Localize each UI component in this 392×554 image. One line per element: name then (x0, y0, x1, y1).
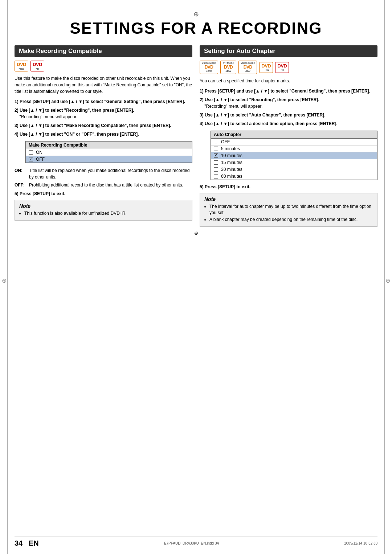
dvd-r-main-2: DVD (224, 65, 233, 70)
compat-checkbox-off (29, 157, 33, 161)
dvd-badge-label-2: DVD (33, 62, 42, 67)
left-press-setup: 5) Press [SETUP] to exit. (15, 191, 192, 196)
auto-chapter-table: Auto Chapter OFF 5 minutes 10 minutes 15… (211, 131, 377, 180)
auto-chapter-label-5min: 5 minutes (221, 146, 240, 151)
auto-chapter-row-off: OFF (211, 139, 377, 145)
auto-chapter-label-60min: 60 minutes (221, 174, 242, 179)
left-step-1-num: 1) (15, 99, 19, 104)
right-instructions: 1) Press [SETUP] and use [▲ / ▼] to sele… (200, 88, 377, 127)
compat-table: Make Recording Compatible ON OFF (25, 141, 192, 163)
dvd-r-main-1: DVD (205, 65, 213, 70)
compat-table-row-off: OFF (26, 156, 192, 163)
auto-chapter-label-30min: 30 minutes (221, 167, 242, 172)
right-note-item-1: The interval for auto chapter may be up … (209, 204, 373, 216)
left-note-title: Note (19, 203, 188, 209)
auto-chapter-table-header: Auto Chapter (211, 131, 377, 139)
left-step-1: 1) Press [SETUP] and use [▲ / ▼] to sele… (15, 98, 192, 105)
page-number: 34 (15, 539, 23, 547)
auto-chapter-checkbox-5min (214, 147, 218, 151)
right-column: Setting for Auto Chapter Video Mode DVD … (200, 45, 377, 227)
right-step-2-text: Use [▲ / ▼] to select "Recording", then … (205, 97, 319, 102)
auto-chapter-checkbox-10min (214, 153, 218, 158)
left-step-4-num: 4) (15, 132, 19, 137)
dvd-r-sub-4: +RW (263, 69, 269, 71)
right-crosshair-icon: ⊕ (385, 277, 390, 284)
right-dvd-badges: Video Mode DVD +RW VR Mode DVD +RW Video… (200, 61, 377, 74)
dvd-r-sub-5: +R (281, 69, 284, 71)
compat-table-row-on: ON (26, 149, 192, 156)
dvd-r-main-5: DVD (277, 63, 287, 69)
auto-chapter-label-15min: 15 minutes (221, 160, 242, 165)
auto-chapter-row-10min: 10 minutes (211, 152, 377, 159)
auto-chapter-label-10min: 10 minutes (221, 153, 242, 158)
right-step-3-text: Use [▲ / ▼] to select "Auto Chapter", th… (205, 112, 326, 118)
auto-chapter-checkbox-15min (214, 160, 218, 165)
dvd-r-sub-1: +RW (206, 70, 212, 73)
dvd-badge-sub-2: +R (36, 67, 39, 70)
auto-chapter-checkbox-off (214, 140, 218, 144)
off-label: OFF: (15, 182, 29, 188)
dvd-badge-videomode-rw2: Video Mode DVD -RW (238, 61, 257, 74)
left-step-4: 4) Use [▲ / ▼] to select "ON" or "OFF", … (15, 131, 192, 138)
left-step-3-text: Use [▲ / ▼] to select "Make Recording Co… (20, 123, 171, 128)
page-container: ⊕ ⊕ ⊕ SETTINGS FOR A RECORDING Make Reco… (0, 0, 392, 554)
right-step-3-num: 3) (200, 112, 204, 118)
left-instructions: 1) Press [SETUP] and use [▲ / ▼] to sele… (15, 98, 192, 138)
left-column: Make Recording Compatible DVD +RW DVD +R… (15, 45, 192, 221)
left-note-item-1: This function is also available for unfi… (24, 210, 188, 217)
left-section-header: Make Recording Compatible (15, 45, 192, 57)
dvd-badge-vrmode-rw: VR Mode DVD +RW (220, 61, 236, 74)
top-crosshair-icon: ⊕ (15, 11, 377, 17)
auto-chapter-row-60min: 60 minutes (211, 173, 377, 180)
on-label: ON: (15, 167, 29, 180)
right-step-4-text: Use [▲ / ▼] to select a desired time opt… (205, 121, 338, 126)
left-step-2-sub: "Recording" menu will appear. (15, 114, 77, 119)
two-column-layout: Make Recording Compatible DVD +RW DVD +R… (15, 45, 377, 227)
left-dvd-badges: DVD +RW DVD +R (15, 61, 192, 71)
left-step-2-text: Use [▲ / ▼] to select "Recording", then … (20, 108, 134, 113)
dvd-r-top-3: Video Mode (241, 62, 255, 65)
right-step-2: 2) Use [▲ / ▼] to select "Recording", th… (200, 97, 377, 110)
off-desc-row: OFF: Prohibiting additional record to th… (15, 182, 192, 188)
page-en-label: EN (29, 539, 39, 547)
dvd-r-sub-3: -RW (245, 70, 250, 73)
right-body-text: You can set a specified time for chapter… (200, 78, 377, 84)
compat-checkbox-on (29, 150, 33, 155)
compat-label-off: OFF (36, 157, 45, 162)
dvd-r-main-3: DVD (244, 65, 252, 70)
auto-chapter-row-30min: 30 minutes (211, 166, 377, 173)
right-step-1-num: 1) (200, 89, 204, 94)
auto-chapter-row-5min: 5 minutes (211, 145, 377, 152)
dvd-badge-r-1: DVD +R (30, 61, 44, 71)
right-note-title: Note (204, 196, 373, 202)
auto-chapter-label-off: OFF (221, 139, 230, 144)
right-step-2-num: 2) (200, 97, 204, 102)
compat-label-on: ON (36, 150, 42, 155)
footer-date: 2009/12/14 18:32:30 (344, 541, 377, 545)
bottom-crosshair-icon: ⊕ (15, 230, 377, 236)
left-step-2-num: 2) (15, 108, 19, 113)
dvd-badge-rw-1: DVD +RW (15, 61, 28, 71)
right-step-1: 1) Press [SETUP] and use [▲ / ▼] to sele… (200, 88, 377, 94)
page-number-label: 34 EN (15, 539, 39, 547)
left-step-3: 3) Use [▲ / ▼] to select "Make Recording… (15, 122, 192, 129)
right-note-box: Note The interval for auto chapter may b… (200, 193, 377, 226)
right-step-2-sub: "Recording" menu will appear. (200, 104, 262, 109)
right-step-4-num: 4) (200, 121, 204, 126)
left-step-3-num: 3) (15, 123, 19, 128)
compat-table-header: Make Recording Compatible (26, 141, 192, 149)
left-note-box: Note This function is also available for… (15, 200, 192, 221)
left-crosshair-icon: ⊕ (2, 277, 7, 284)
right-step-1-text: Press [SETUP] and use [▲ / ▼] to select … (205, 89, 370, 94)
dvd-r-top-1: Video Mode (202, 62, 216, 65)
left-step-2: 2) Use [▲ / ▼] to select "Recording", th… (15, 107, 192, 120)
left-step-4-text: Use [▲ / ▼] to select "ON" or "OFF", the… (20, 132, 139, 137)
right-step-4: 4) Use [▲ / ▼] to select a desired time … (200, 120, 377, 127)
dvd-badge-sub-1: +RW (19, 67, 24, 70)
auto-chapter-row-15min: 15 minutes (211, 159, 377, 166)
dvd-badge-rw-right: DVD +RW (259, 62, 273, 73)
left-step-1-text: Press [SETUP] and use [▲ / ▼] to select … (20, 99, 185, 104)
on-off-descriptions: ON: Title list will be replaced when you… (15, 167, 192, 188)
off-desc-text: Prohibiting additional record to the dis… (29, 182, 192, 188)
right-step-3: 3) Use [▲ / ▼] to select "Auto Chapter",… (200, 112, 377, 118)
